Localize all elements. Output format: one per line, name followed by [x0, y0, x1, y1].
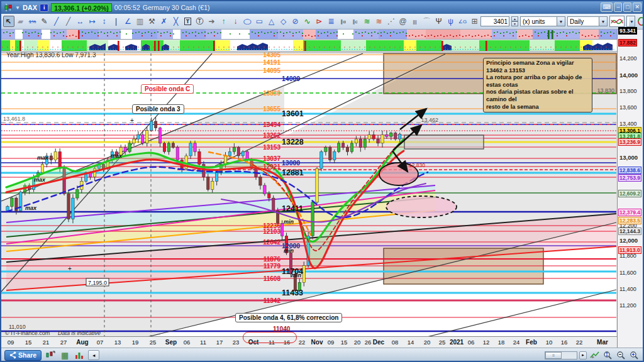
tool-arc[interactable]: ⌒	[421, 16, 433, 27]
tool-pitchfork[interactable]: Ψ	[433, 16, 445, 27]
collapse-left-button[interactable]: ◂	[88, 350, 99, 360]
chart-text-label: +	[130, 117, 134, 124]
target-ellipse[interactable]	[386, 196, 457, 217]
tool-eraser[interactable]: ▰	[15, 16, 26, 27]
tool-h-ray[interactable]: ↦	[87, 16, 98, 27]
annotation-red-oval[interactable]	[243, 332, 297, 343]
tool-diamond[interactable]: ◇	[278, 16, 289, 27]
h-scrollbar-thumb[interactable]: =	[545, 352, 562, 359]
share-button[interactable]: Share	[4, 350, 42, 361]
keyboard-icon[interactable]: ⌨	[601, 3, 613, 12]
candlestick[interactable]	[185, 153, 187, 170]
symbol-dropdown-caret[interactable]: ▼	[15, 5, 20, 11]
tool-pattern-triangle[interactable]: ⊳	[314, 16, 325, 27]
indicator-segment	[78, 30, 99, 40]
tool-skew-lines[interactable]: ╳	[170, 16, 182, 27]
indicator-segment	[180, 40, 215, 52]
tool-rectangle[interactable]: ▭	[254, 16, 265, 27]
info-icon[interactable]: i	[40, 4, 48, 12]
chart-settings-icon[interactable]	[589, 350, 600, 360]
minimize-button[interactable]: –	[614, 3, 622, 12]
pattern-indicator-strip[interactable]	[1, 30, 617, 40]
tool-angle[interactable]: ∠	[123, 16, 134, 27]
tool-text-tool[interactable]: T	[182, 16, 194, 27]
tool-channel-green[interactable]: ≋	[362, 16, 373, 27]
tool-v-line[interactable]: |	[111, 16, 122, 27]
tool-channel-red[interactable]: ≋	[374, 16, 385, 27]
tool-trash[interactable]: ▥	[135, 16, 146, 27]
price-tag: 12,379.4	[618, 209, 641, 216]
table-view-icon[interactable]: ▦	[59, 350, 70, 360]
indicator-segment	[416, 40, 441, 52]
refresh-icon[interactable]	[637, 16, 644, 26]
note-line: resto de la semana	[486, 104, 589, 111]
units-stepper[interactable]: ▲▼	[511, 16, 518, 26]
tool-cursor[interactable]: ➔	[3, 16, 14, 27]
restore-button[interactable]: □	[623, 3, 631, 12]
tool-pitchfork-small[interactable]: ψ	[445, 16, 457, 27]
candlestick[interactable]	[72, 194, 74, 223]
units-count-input[interactable]: 3401	[480, 16, 509, 26]
scroll-right-button[interactable]: ▸	[579, 351, 587, 359]
tool-v-segment[interactable]: ↕	[99, 16, 110, 27]
tool-trend-line[interactable]: ╱	[51, 16, 62, 27]
tool-parallel-c[interactable]: ∥c	[350, 16, 361, 27]
tool-triangle[interactable]: △	[266, 16, 277, 27]
annotation-week-note[interactable]: Principio semana Zona a vigilar 13462 a …	[483, 58, 592, 112]
candlestick[interactable]	[320, 150, 323, 172]
tool-arrow-right[interactable]: ➔	[206, 16, 218, 27]
tool-grid[interactable]: ⊞	[469, 16, 480, 27]
tool-pattern-wave[interactable]: ∿	[302, 16, 313, 27]
annotation-onda-c[interactable]: Posible onda C	[141, 84, 194, 94]
candlestick[interactable]	[316, 167, 318, 204]
share-icon	[9, 351, 16, 359]
timeframe-select[interactable]: Daily▼	[567, 16, 608, 26]
tool-no-circle[interactable]: ⊘	[290, 16, 301, 27]
y-axis-tick: 11,600	[619, 270, 636, 276]
candlestick[interactable]	[311, 201, 314, 239]
chart-type-dropdown[interactable]: ▼	[626, 16, 635, 27]
tool-arrow-down[interactable]: ↓	[230, 16, 242, 27]
time-axis[interactable]: 09152127Aug07131925Sep06111723Oct111622N…	[1, 336, 617, 348]
candlestick[interactable]	[329, 145, 331, 162]
tool-tools[interactable]: ⚒	[147, 16, 158, 27]
candlestick[interactable]	[198, 149, 201, 167]
tool-arrow-up[interactable]: ↑	[218, 16, 230, 27]
tool-h-segment[interactable]: ↔	[75, 16, 86, 27]
zoom-in-icon[interactable]	[628, 350, 640, 360]
x-axis-tick: Mar	[597, 339, 608, 346]
tool-ray-line[interactable]: ╱	[63, 16, 74, 27]
chart-type-button[interactable]	[609, 16, 625, 27]
chevron-down-icon[interactable]: ▼	[599, 17, 607, 26]
indicator-value-tag: 93.341	[618, 27, 637, 35]
h-scrollbar[interactable]: =	[545, 351, 577, 359]
tool-fib-lines[interactable]: ≣	[326, 16, 337, 27]
tool-no-percent[interactable]: 1%	[27, 16, 38, 27]
close-button[interactable]: ✕	[633, 3, 641, 12]
candlestick[interactable]	[67, 190, 70, 222]
trend-indicator-strip[interactable]	[1, 40, 617, 52]
tool-cross[interactable]: ✗	[158, 16, 170, 27]
tool-vertical-bars[interactable]: |||	[409, 16, 421, 27]
tool-parallel-a[interactable]: ∥α	[338, 16, 349, 27]
x-axis-tick: 15	[25, 339, 32, 346]
zoom-out-icon[interactable]	[615, 350, 626, 360]
y-axis-tick: 14,200	[619, 55, 637, 62]
price-level-label: 11876	[264, 256, 281, 263]
projection-box[interactable]	[404, 135, 484, 149]
tool-ellipse[interactable]: ◯	[242, 16, 253, 27]
tool-pencil[interactable]: ✎	[39, 16, 50, 27]
zoom-reset-icon[interactable]	[602, 350, 613, 360]
annotation-onda-4[interactable]: Posible onda 4, 61,8% correccion	[235, 313, 342, 322]
candlestick[interactable]	[19, 190, 22, 212]
price-axis[interactable]: 93.34117.88214,20014,00013,80013,60013,4…	[617, 30, 643, 348]
volume-bars-icon[interactable]	[74, 350, 85, 360]
tool-hatch[interactable]: ⋰	[386, 16, 397, 27]
tool-callout[interactable]: Ⓣ	[194, 16, 206, 27]
units-select[interactable]: (x) units▼	[520, 16, 565, 26]
tool-spiral[interactable]: @	[397, 16, 409, 27]
tool-gann[interactable]: ∠G	[457, 16, 469, 27]
compare-candles-icon[interactable]	[45, 350, 56, 360]
annotation-onda-3[interactable]: Posible onda 3	[132, 104, 184, 114]
chevron-down-icon[interactable]: ▼	[557, 17, 565, 26]
